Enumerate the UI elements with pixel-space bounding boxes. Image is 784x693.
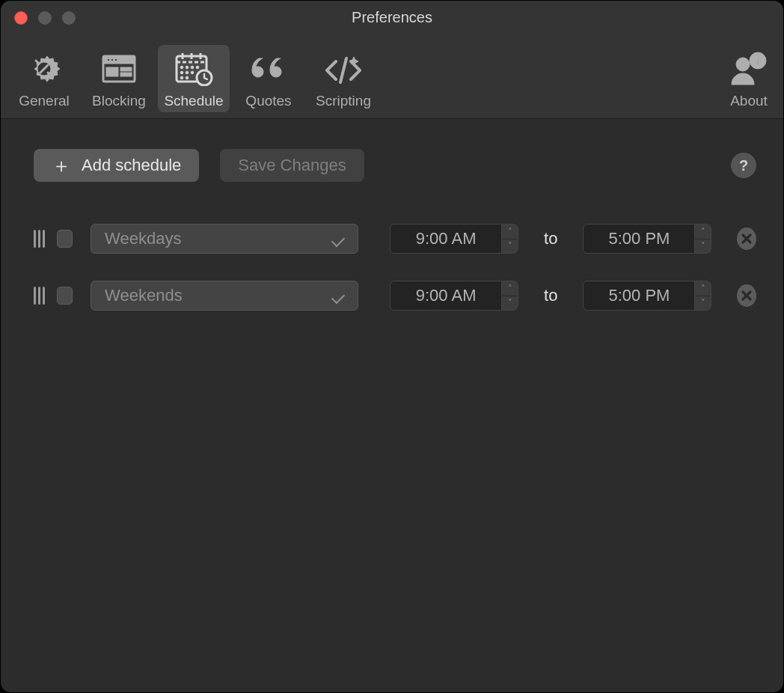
svg-rect-7 [120,73,132,76]
chevron-up-icon[interactable]: ˄ [695,281,711,296]
end-time-stepper[interactable]: ˄ ˅ [695,281,711,311]
svg-point-14 [186,66,189,69]
button-label: Save Changes [238,156,346,175]
tab-general[interactable]: General [8,45,80,112]
tab-label: Schedule [164,93,223,109]
svg-point-21 [186,76,189,79]
dayset-select[interactable]: Weekdays [91,224,358,254]
svg-point-2 [107,58,109,61]
tab-label: About [730,93,768,109]
chevron-down-icon[interactable]: ˅ [502,239,518,254]
tab-label: Scripting [316,93,371,109]
window-title: Preferences [352,9,432,26]
svg-point-17 [180,71,183,74]
svg-point-4 [114,58,117,61]
svg-rect-5 [106,67,118,76]
chevron-up-icon[interactable]: ˄ [695,225,711,239]
svg-point-16 [196,66,199,69]
end-time-input[interactable]: 5:00 PM [583,281,695,311]
start-time-input[interactable]: 9:00 AM [390,224,502,254]
svg-rect-6 [120,67,132,71]
tab-label: General [19,93,70,109]
svg-point-18 [186,71,189,74]
time-value: 5:00 PM [608,286,670,305]
start-time-stepper[interactable]: ˄ ˅ [502,224,518,254]
save-changes-button[interactable]: Save Changes [220,149,364,182]
delete-row-button[interactable] [737,284,756,307]
window-controls [14,11,76,25]
to-label: to [544,286,557,305]
action-row: ＋ Add schedule Save Changes ? [34,149,756,182]
time-value: 5:00 PM [608,229,670,248]
end-time-group: 5:00 PM ˄ ˅ [583,281,711,311]
schedule-row: Weekends 9:00 AM ˄ ˅ to 5:00 PM ˄ ˅ [34,281,756,311]
svg-point-19 [191,71,194,74]
start-time-input[interactable]: 9:00 AM [390,281,502,311]
chevron-down-icon[interactable]: ˅ [502,296,518,311]
code-icon [321,49,366,88]
time-value: 9:00 AM [416,286,477,305]
tab-label: Blocking [92,93,146,109]
dayset-select[interactable]: Weekends [91,281,358,311]
drag-handle-icon[interactable] [34,230,45,248]
close-icon [741,233,753,245]
select-value: Weekdays [105,229,181,248]
titlebar: Preferences [1,1,783,34]
enable-checkbox[interactable] [57,230,73,248]
tab-blocking[interactable]: Blocking [83,45,155,112]
add-schedule-button[interactable]: ＋ Add schedule [34,149,199,182]
svg-point-13 [180,66,183,69]
chevron-down-icon[interactable]: ˅ [695,296,711,311]
start-time-stepper[interactable]: ˄ ˅ [502,281,518,311]
help-icon: ? [739,157,748,174]
start-time-group: 9:00 AM ˄ ˅ [390,281,518,311]
preferences-window: Preferences General Blocking [0,0,784,693]
help-button[interactable]: ? [731,153,756,178]
enable-checkbox[interactable] [57,287,73,305]
quotes-icon [246,49,291,88]
close-icon [741,290,753,302]
svg-point-3 [111,58,113,61]
calendar-clock-icon [171,49,216,88]
time-value: 9:00 AM [416,229,477,248]
end-time-stepper[interactable]: ˄ ˅ [695,224,711,254]
window-layout-icon [97,49,141,88]
minimize-window-button[interactable] [38,11,52,25]
schedule-row: Weekdays 9:00 AM ˄ ˅ to 5:00 PM ˄ ˅ [34,224,756,254]
preferences-toolbar: General Blocking Schedule Quotes [1,34,783,119]
tab-schedule[interactable]: Schedule [158,45,230,112]
tab-label: Quotes [245,93,291,109]
tab-scripting[interactable]: Scripting [307,45,379,112]
schedule-pane: ＋ Add schedule Save Changes ? Weekdays 9… [1,119,783,352]
tab-about[interactable]: i About [722,45,776,112]
start-time-group: 9:00 AM ˄ ˅ [390,224,518,254]
button-label: Add schedule [82,156,181,175]
chevron-up-icon[interactable]: ˄ [502,225,518,239]
chevron-down-icon[interactable]: ˅ [695,239,711,254]
chevron-up-icon[interactable]: ˄ [502,281,518,296]
svg-text:i: i [756,55,759,67]
end-time-group: 5:00 PM ˄ ˅ [583,224,711,254]
gear-icon [22,49,67,88]
svg-point-20 [180,76,183,79]
svg-point-15 [191,66,194,69]
delete-row-button[interactable] [737,228,756,250]
zoom-window-button[interactable] [62,11,76,25]
drag-handle-icon[interactable] [34,287,45,305]
to-label: to [544,229,557,248]
close-window-button[interactable] [14,11,28,25]
select-value: Weekends [105,286,183,305]
person-info-icon: i [726,49,771,88]
tab-quotes[interactable]: Quotes [233,45,304,112]
end-time-input[interactable]: 5:00 PM [583,224,695,254]
